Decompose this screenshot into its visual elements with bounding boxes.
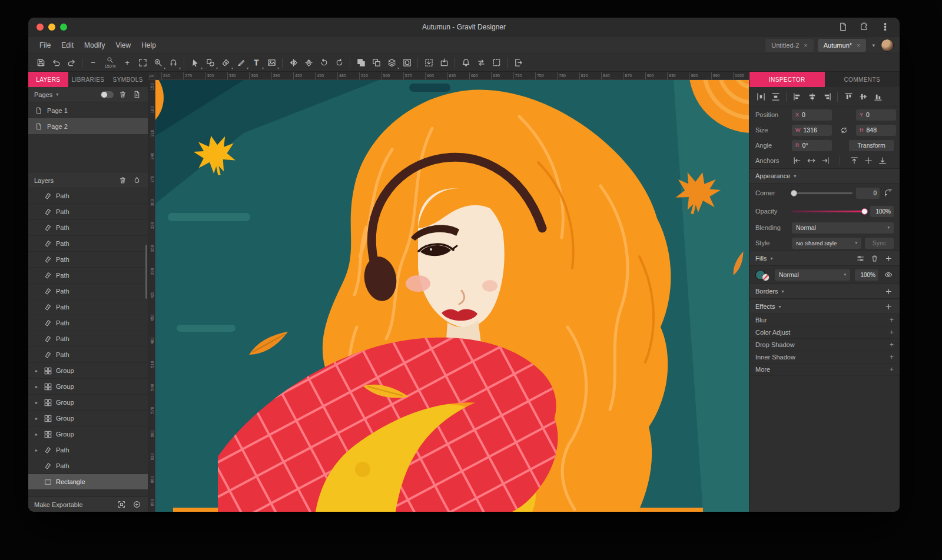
zoom-tool-button[interactable]: ▾ — [150, 56, 165, 70]
menu-help[interactable]: Help — [136, 39, 161, 52]
align-center-horizontal-icon[interactable] — [807, 92, 817, 102]
add-border-icon[interactable] — [883, 286, 894, 296]
transform-button[interactable]: Transform — [849, 140, 894, 151]
notifications-bell-icon[interactable] — [458, 56, 473, 70]
layer-row-path-6[interactable]: Path — [28, 284, 148, 299]
style-dropdown[interactable]: No Shared Style ▾ — [792, 238, 861, 249]
layer-row-path-7[interactable]: Path — [28, 299, 148, 315]
extensions-icon[interactable] — [858, 22, 869, 32]
sync-button[interactable]: Sync — [865, 238, 894, 249]
layer-row-path-1[interactable]: Path — [28, 204, 148, 220]
appearance-header[interactable]: Appearance ▾ — [749, 168, 900, 184]
close-window-button[interactable] — [37, 24, 44, 31]
layer-row-path-8[interactable]: Path — [28, 315, 148, 331]
add-effect-icon[interactable] — [883, 301, 894, 312]
layer-row-group-14[interactable]: ▸Group — [28, 411, 148, 426]
align-right-icon[interactable] — [821, 92, 832, 102]
trash-icon[interactable] — [117, 175, 128, 186]
export-slice-icon[interactable] — [116, 499, 127, 510]
add-effect-icon[interactable]: + — [890, 365, 894, 374]
pages-toggle[interactable] — [101, 91, 114, 98]
save-button[interactable] — [33, 56, 48, 70]
distribute-vertical-icon[interactable] — [770, 92, 781, 102]
redo-button[interactable] — [64, 56, 79, 70]
subtract-button[interactable] — [369, 56, 384, 70]
add-fill-icon[interactable] — [883, 253, 894, 264]
rotate-ccw-button[interactable] — [316, 56, 331, 70]
shape-tool-button[interactable]: ▾ — [203, 56, 218, 70]
menu-edit[interactable]: Edit — [56, 39, 79, 52]
place-image-button[interactable] — [436, 56, 452, 70]
width-field[interactable]: W 1316 — [792, 125, 832, 136]
opacity-value[interactable]: 100% — [870, 206, 894, 217]
effect-row-more[interactable]: More+ — [749, 364, 900, 376]
expander-icon[interactable]: ▸ — [33, 432, 40, 437]
expander-icon[interactable]: ▸ — [33, 416, 40, 421]
layer-row-path-16[interactable]: ▸Path — [28, 442, 148, 458]
flip-vertical-button[interactable] — [301, 56, 316, 70]
anchor-top-icon[interactable] — [849, 155, 860, 166]
trash-icon[interactable] — [117, 89, 128, 100]
layer-row-path-5[interactable]: Path — [28, 268, 148, 284]
undo-button[interactable] — [48, 56, 64, 70]
flip-horizontal-button[interactable] — [286, 56, 301, 70]
browser-menu-icon[interactable] — [880, 22, 890, 32]
add-effect-icon[interactable]: + — [890, 341, 894, 349]
tab-symbols[interactable]: SYMBOLS — [108, 72, 148, 87]
align-left-icon[interactable] — [792, 92, 802, 102]
menu-file[interactable]: File — [34, 39, 56, 52]
user-avatar[interactable] — [881, 39, 894, 52]
align-middle-vertical-icon[interactable] — [858, 92, 868, 102]
corner-value[interactable]: 0 — [856, 188, 880, 199]
import-button[interactable] — [421, 56, 436, 70]
fit-screen-button[interactable] — [135, 56, 150, 70]
tab-libraries[interactable]: LIBRARIES — [68, 72, 108, 87]
menu-view[interactable]: View — [110, 39, 136, 52]
borders-header[interactable]: Borders ▾ — [749, 284, 900, 299]
knife-tool-button[interactable]: ▾ — [233, 56, 248, 70]
snap-magnet-button[interactable]: ▾ — [165, 56, 181, 70]
add-effect-icon[interactable]: + — [890, 328, 894, 336]
fill-blend-dropdown[interactable]: Normal ▾ — [775, 269, 850, 281]
layer-row-path-10[interactable]: Path — [28, 347, 148, 363]
position-y-field[interactable]: Y 0 — [856, 109, 896, 121]
fill-visibility-eye-icon[interactable] — [883, 269, 894, 280]
page-row-2[interactable]: Page 2 — [28, 118, 148, 134]
add-export-icon[interactable] — [131, 499, 142, 510]
export-exit-button[interactable] — [510, 56, 526, 70]
height-field[interactable]: H 848 — [856, 125, 896, 136]
effect-row-inner-shadow[interactable]: Inner Shadow+ — [749, 351, 900, 364]
anchor-bottom-icon[interactable] — [877, 155, 888, 166]
fills-header[interactable]: Fills ▾ — [749, 251, 900, 266]
zoom-in-button[interactable]: + — [120, 56, 135, 70]
pen-tool-button[interactable]: ▾ — [218, 56, 233, 70]
add-effect-icon[interactable]: + — [890, 316, 894, 324]
anchor-left-icon[interactable] — [792, 155, 802, 166]
layer-row-path-17[interactable]: Path — [28, 458, 148, 474]
blending-dropdown[interactable]: Normal ▾ — [792, 222, 894, 234]
zoom-out-button[interactable]: − — [85, 56, 101, 70]
chevron-down-icon[interactable]: ▾ — [870, 42, 877, 48]
text-tool-button[interactable]: T ▾ — [248, 56, 264, 70]
doc-tab-autumun[interactable]: Autumun* × — [818, 39, 867, 52]
expander-icon[interactable]: ▸ — [33, 448, 40, 453]
effect-row-drop-shadow[interactable]: Drop Shadow+ — [749, 339, 900, 351]
expander-icon[interactable]: ▸ — [33, 368, 40, 374]
close-tab-icon[interactable]: × — [804, 42, 807, 49]
position-x-field[interactable]: X 0 — [792, 109, 832, 121]
close-tab-icon[interactable]: × — [857, 42, 860, 49]
minimize-window-button[interactable] — [48, 24, 55, 31]
zoom-level-control[interactable]: 150% — [101, 55, 120, 71]
anchor-right-icon[interactable] — [820, 155, 831, 166]
layer-row-path-0[interactable]: Path — [28, 188, 148, 204]
rotate-cw-button[interactable] — [331, 56, 347, 70]
layer-row-path-2[interactable]: Path — [28, 220, 148, 236]
style-drop-icon[interactable] — [131, 175, 142, 186]
tab-comments[interactable]: COMMENTS — [825, 72, 900, 87]
effect-row-color-adjust[interactable]: Color Adjust+ — [749, 326, 900, 339]
zoom-window-button[interactable] — [60, 24, 67, 31]
expander-icon[interactable]: ▸ — [33, 384, 40, 389]
rotation-field[interactable]: R 0° — [792, 140, 832, 151]
align-top-icon[interactable] — [843, 92, 854, 102]
anchor-horizontal-icon[interactable] — [806, 155, 817, 166]
